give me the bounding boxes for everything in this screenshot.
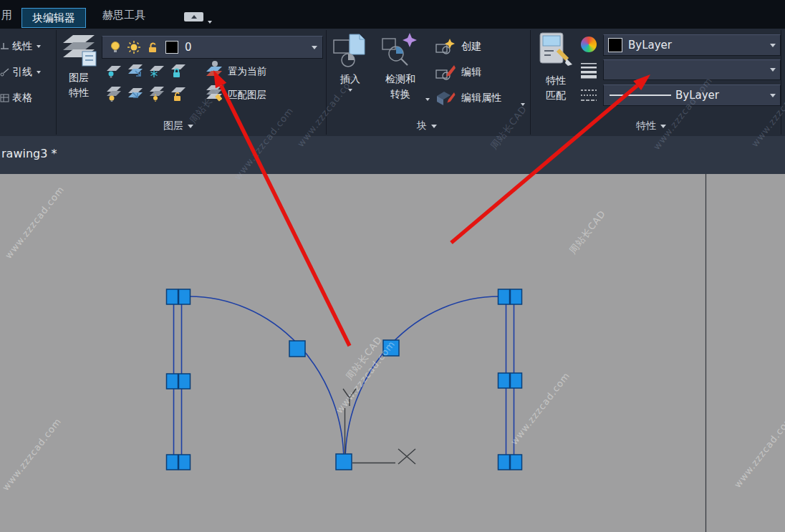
layer-properties-icon [59,32,99,70]
edit-attributes-label: 编辑属性 [461,92,501,105]
object-color-select[interactable]: ByLayer [603,34,781,56]
ribbon-tab-bar: 用 块编辑器 赫思工具 [0,0,785,29]
layers-panel-title-label: 图层 [163,120,183,132]
layer-thaw-sun-icon [127,41,141,54]
layer-freeze-button[interactable] [148,61,166,79]
match-properties-label-1: 特性 [546,73,566,88]
linetype-sample-line [610,95,671,96]
color-wheel-icon[interactable] [581,37,597,52]
leader-button[interactable]: 引线 [0,63,53,82]
layer-on-bulb-icon [110,41,121,54]
layer-freeze-icon [148,62,165,79]
chevron-down-icon [770,68,776,72]
chevron-down-icon [431,125,437,128]
chevron-down-icon [521,103,525,106]
detect-convert-label-1: 检测和 [385,72,415,87]
chevron-down-icon [770,94,776,97]
ribbon-collapse-button[interactable] [184,12,203,21]
ribbon-collapse-caret[interactable] [208,13,212,26]
lineweight-button[interactable] [579,61,598,79]
tab-home-partial[interactable]: 用 [1,9,12,22]
layer-on-icon [105,84,122,102]
layer-off-icon [105,62,122,79]
chevron-up-icon [191,15,197,19]
make-current-button[interactable] [203,59,225,79]
tab-hesi-tools[interactable]: 赫思工具 [102,9,145,22]
detect-convert-label-2: 转换 [390,87,410,102]
make-current-label[interactable]: 置为当前 [228,65,266,78]
layer-on-button[interactable] [105,84,123,102]
linetype-icon [580,87,597,105]
match-layer-button[interactable] [203,82,225,102]
properties-panel-title[interactable]: 特性 [636,120,666,132]
layer-select[interactable]: 0 [102,36,323,59]
linear-dimension-icon [0,42,9,52]
linetype-select[interactable]: ByLayer [603,84,781,106]
panel-separator [781,30,781,135]
table-label: 表格 [12,92,32,105]
insert-block-icon [332,32,368,72]
layer-unisolate-button[interactable] [126,84,145,102]
object-color-value: ByLayer [628,39,672,52]
table-icon [0,93,9,103]
layer-lock-icon [170,62,187,79]
layer-thaw-button[interactable] [148,84,166,102]
autocad-window: 用 块编辑器 赫思工具 线性 引线 表格 图层 特性 [0,0,785,532]
panel-separator [326,30,327,135]
drawing-canvas[interactable] [0,174,785,532]
match-layer-label[interactable]: 匹配图层 [228,89,266,102]
layer-select-value: 0 [185,41,192,54]
drawing-tab[interactable]: rawing3 * [1,136,57,174]
tab-block-editor[interactable]: 块编辑器 [21,8,86,28]
layer-unlock-button[interactable] [169,84,188,102]
edit-attributes-icon [435,90,456,107]
insert-block-button[interactable]: 插入 [328,32,372,92]
file-tab-bar: rawing3 * + [0,136,785,174]
create-block-label: 创建 [461,40,481,53]
chevron-down-icon [660,125,666,128]
block-panel-title-label: 块 [417,120,427,132]
chevron-down-icon [37,71,41,74]
edit-attributes-caret[interactable] [521,95,525,109]
layers-panel-title[interactable]: 图层 [163,120,193,132]
leader-icon [0,67,9,77]
layer-off-button[interactable] [105,61,123,79]
chevron-down-icon [312,46,317,49]
properties-panel-title-label: 特性 [636,120,656,132]
match-layer-icon [204,82,224,102]
layer-lock-button[interactable] [169,61,188,79]
edit-block-icon [435,64,456,81]
linetype-value: ByLayer [675,89,719,102]
match-properties-button[interactable]: 特性 匹配 [533,32,579,103]
lineweight-select[interactable] [603,59,781,80]
layer-color-swatch [165,41,178,54]
insert-block-label: 插入 [340,72,360,87]
block-panel-title[interactable]: 块 [417,120,437,132]
chevron-down-icon [208,21,212,24]
detect-convert-icon [381,32,420,72]
linear-dimension-button[interactable]: 线性 [0,37,53,56]
chevron-down-icon [348,89,352,92]
layer-properties-button[interactable]: 图层 特性 [57,32,100,100]
object-color-swatch [608,38,622,52]
layer-isolate-button[interactable] [126,61,145,79]
panel-separator [56,30,57,135]
layer-thaw-icon [148,84,165,102]
table-button[interactable]: 表格 [0,89,53,107]
layer-isolate-icon [127,62,144,79]
layer-unlock-icon [170,84,187,102]
chevron-down-icon [188,125,193,128]
match-properties-label-2: 匹配 [546,88,566,103]
detect-convert-caret[interactable] [425,90,430,104]
edit-block-label: 编辑 [461,66,481,79]
layer-properties-label-2: 特性 [69,85,89,100]
create-block-icon [435,38,456,55]
detect-convert-button[interactable]: 检测和 转换 [375,32,425,102]
chevron-down-icon [770,44,776,47]
match-properties-icon [537,32,574,73]
layer-properties-label-1: 图层 [69,70,89,85]
linetype-button[interactable] [579,87,598,105]
lineweight-icon [580,62,597,79]
chevron-down-icon [37,45,41,48]
leader-label: 引线 [12,66,32,79]
